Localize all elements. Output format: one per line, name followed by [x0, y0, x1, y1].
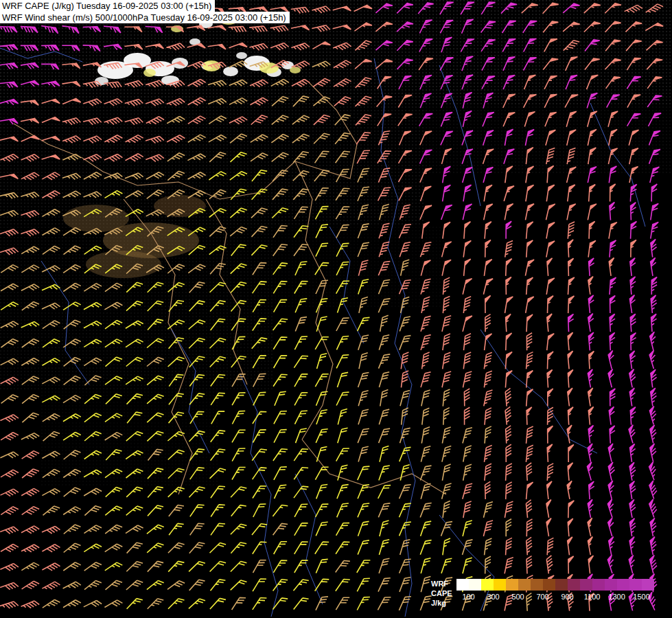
wind-barb: [651, 239, 657, 257]
wind-barb: [505, 204, 513, 220]
wind-barb: [401, 352, 408, 369]
wind-barb: [506, 314, 511, 332]
wind-barb: [629, 481, 636, 499]
legend-color-box: [531, 579, 543, 591]
wind-barb: [568, 332, 572, 350]
wind-barb: [315, 467, 328, 480]
legend-color-box: [568, 579, 580, 591]
wind-barb: [484, 502, 493, 518]
wind-barb: [526, 445, 533, 462]
wind-barb: [337, 372, 348, 387]
wind-barb: [546, 185, 554, 201]
wind-barb: [546, 500, 551, 518]
wind-barb: [629, 388, 635, 407]
wind-barb: [443, 296, 450, 313]
wind-barb: [485, 222, 491, 239]
wind-barb: [378, 597, 391, 610]
weather-map-svg: [0, 0, 672, 618]
wind-barb: [231, 562, 247, 572]
wind-barb: [588, 462, 593, 481]
wind-barb: [422, 408, 430, 424]
wind-barb: [442, 464, 450, 481]
wind-barb: [148, 599, 164, 609]
wind-barb: [526, 204, 535, 220]
wind-barb: [526, 389, 533, 407]
legend-color-box: [506, 579, 518, 591]
wind-barb: [315, 579, 329, 591]
wind-barb: [630, 444, 636, 462]
wind-barb: [189, 599, 205, 608]
wind-barb: [609, 537, 614, 556]
wind-barb: [464, 259, 471, 276]
wind-barb: [588, 204, 596, 220]
legend-label-line2: CAPE: [431, 588, 452, 598]
wind-barb: [630, 314, 636, 332]
wind-barb: [253, 560, 266, 573]
wind-barb: [546, 518, 551, 537]
wind-barb: [315, 542, 329, 554]
wind-barb: [274, 356, 288, 368]
wind-barb: [568, 444, 574, 462]
wind-barb: [651, 222, 658, 239]
wind-barb: [650, 518, 656, 537]
wind-barb: [317, 354, 327, 369]
wind-barb: [421, 483, 430, 499]
wind-barb: [190, 505, 205, 516]
wind-barb: [21, 526, 39, 534]
wind-barb: [126, 487, 143, 497]
wind-barb: [649, 407, 656, 425]
wind-barb: [568, 277, 575, 295]
wind-barb: [630, 258, 636, 276]
wind-barb: [463, 204, 472, 220]
legend-color-box: [605, 579, 617, 591]
wind-barb: [463, 241, 471, 258]
wind-barb: [463, 428, 472, 444]
wind-barb: [421, 316, 431, 331]
wind-barb: [463, 483, 472, 499]
wind-barb: [464, 334, 472, 351]
wind-barb: [294, 523, 308, 536]
wind-barb: [588, 407, 593, 425]
wind-barb: [649, 462, 656, 481]
wind-barb: [63, 562, 80, 571]
wind-barb: [506, 221, 511, 238]
wind-barb: [420, 596, 431, 610]
wind-barb: [338, 428, 348, 443]
wind-barb: [608, 369, 614, 388]
wind-barb: [629, 425, 635, 444]
wind-barb: [378, 485, 391, 499]
wind-barb: [443, 389, 450, 407]
wind-barb: [126, 562, 143, 572]
wind-barb: [420, 540, 431, 555]
wind-barb: [588, 556, 593, 573]
wind-barb: [526, 240, 533, 258]
wind-barb: [609, 258, 614, 276]
wind-barb: [294, 542, 308, 554]
wind-barb: [358, 521, 369, 536]
wind-barb: [546, 241, 555, 258]
wind-barb: [610, 332, 615, 350]
wind-barb: [485, 556, 491, 573]
wind-barb: [22, 413, 38, 422]
wind-barb: [568, 518, 572, 536]
wind-barb: [0, 452, 19, 458]
wind-barb: [399, 336, 411, 350]
wind-barb: [379, 354, 391, 369]
wind-barb: [21, 601, 40, 608]
wind-barb: [505, 297, 513, 313]
title-bar-cape: WRF CAPE (J/kg) Tuesday 16-09-2025 03:00…: [0, 0, 215, 12]
wind-barb: [211, 505, 225, 517]
wind-barb: [465, 407, 470, 425]
wind-barb: [485, 314, 491, 332]
wind-barb: [484, 371, 491, 387]
cape-legend: WRF CAPE J/kg 10030050070090011001300150…: [431, 579, 654, 608]
wind-barb: [126, 580, 143, 590]
wind-barb: [378, 503, 390, 518]
wind-barb: [588, 314, 594, 332]
wind-barb: [629, 537, 635, 556]
wind-barb: [189, 580, 205, 591]
wind-barb: [567, 425, 572, 444]
wind-barb: [358, 391, 369, 406]
wind-barb: [275, 485, 287, 499]
wind-barb: [338, 409, 347, 425]
